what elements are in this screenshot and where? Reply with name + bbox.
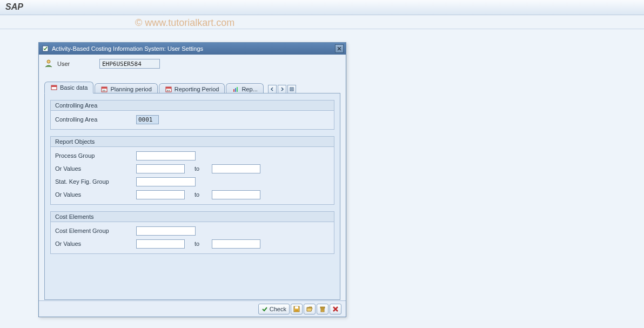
- user-row: User EHP6USER584: [39, 55, 346, 72]
- or-values-1-from-input[interactable]: [136, 164, 185, 173]
- cost-element-group-input[interactable]: [136, 226, 196, 236]
- basic-data-icon: [50, 84, 58, 91]
- to-label: to: [185, 191, 212, 198]
- check-icon: [261, 306, 268, 312]
- list-icon: [290, 87, 294, 91]
- save-icon: [293, 305, 300, 313]
- or-values-2-row: Or Values to: [55, 188, 330, 201]
- process-group-label: Process Group: [55, 152, 136, 159]
- or-values-2-to-input[interactable]: [212, 190, 260, 199]
- to-label: to: [185, 165, 212, 172]
- ce-or-values-to-input[interactable]: [212, 239, 260, 249]
- svg-rect-14: [237, 87, 238, 92]
- to-label: to: [185, 240, 212, 247]
- dialog-titlebar[interactable]: Activity-Based Costing Information Syste…: [39, 43, 346, 55]
- svg-rect-19: [295, 306, 298, 309]
- dialog-icon: [41, 44, 50, 53]
- check-button[interactable]: Check: [258, 304, 290, 314]
- skf-group-label: Stat. Key Fig. Group: [55, 178, 136, 185]
- close-icon: [337, 46, 341, 51]
- cost-elements-group: Cost Elements Cost Element Group Or Valu…: [50, 211, 334, 254]
- tab-basic-data[interactable]: Basic data: [44, 82, 93, 93]
- controlling-area-group: Controlling Area Controlling Area 0001: [50, 100, 334, 130]
- group-title: Cost Elements: [51, 212, 334, 222]
- ce-or-values-from-input[interactable]: [136, 239, 185, 249]
- cancel-button[interactable]: [330, 304, 341, 314]
- svg-point-1: [47, 60, 50, 63]
- user-settings-dialog: Activity-Based Costing Information Syste…: [38, 42, 346, 317]
- svg-rect-15: [290, 88, 293, 91]
- tab-label: Basic data: [60, 84, 88, 91]
- tab-list-button[interactable]: [287, 85, 296, 93]
- or-values-1-label: Or Values: [55, 165, 136, 172]
- group-title: Report Objects: [51, 137, 334, 147]
- controlling-area-field[interactable]: 0001: [136, 115, 159, 124]
- or-values-2-label: Or Values: [55, 191, 136, 198]
- tab-label: Reporting Period: [175, 86, 219, 92]
- skf-group-row: Stat. Key Fig. Group: [55, 175, 330, 188]
- cost-element-group-row: Cost Element Group: [55, 224, 330, 237]
- chevron-right-icon: [280, 87, 284, 91]
- tab-planning-period[interactable]: Planning period: [95, 83, 157, 94]
- app-title: SAP: [5, 2, 23, 11]
- user-field: EHP6USER584: [99, 59, 160, 69]
- tab-panel-basic-data: Controlling Area Controlling Area 0001 R…: [44, 93, 340, 300]
- main-area: Activity-Based Costing Information Syste…: [0, 29, 644, 328]
- save-button[interactable]: [291, 304, 303, 314]
- toolbar-spacer: [0, 15, 644, 29]
- ce-or-values-row: Or Values to: [55, 237, 330, 250]
- dialog-title: Activity-Based Costing Information Syste…: [52, 45, 203, 52]
- controlling-area-label: Controlling Area: [55, 116, 136, 123]
- svg-rect-5: [102, 87, 107, 89]
- controlling-area-row: Controlling Area 0001: [55, 113, 330, 126]
- cancel-icon: [332, 305, 339, 313]
- svg-rect-13: [235, 88, 236, 92]
- tab-reporting-period[interactable]: Reporting Period: [159, 83, 225, 94]
- reporting-period-icon: [165, 85, 172, 93]
- tab-rep[interactable]: Rep...: [226, 83, 263, 94]
- group-title: Controlling Area: [51, 101, 334, 111]
- skf-group-input[interactable]: [136, 177, 196, 186]
- or-values-1-to-input[interactable]: [212, 164, 260, 173]
- chevron-left-icon: [270, 87, 274, 91]
- tab-strip-wrap: Basic data Planning period Reporting Per…: [39, 82, 346, 300]
- user-icon: [44, 59, 54, 69]
- report-objects-group: Report Objects Process Group Or Values t…: [50, 136, 334, 205]
- process-group-row: Process Group: [55, 149, 330, 162]
- process-group-input[interactable]: [136, 151, 196, 160]
- check-button-label: Check: [270, 306, 286, 312]
- dialog-footer: Check: [39, 300, 346, 317]
- svg-rect-9: [166, 87, 171, 89]
- dialog-close-button[interactable]: [335, 44, 344, 53]
- get-variant-button[interactable]: [304, 304, 316, 314]
- svg-rect-22: [320, 307, 325, 308]
- svg-rect-20: [295, 310, 298, 312]
- svg-rect-12: [233, 89, 234, 92]
- app-title-bar: SAP: [0, 0, 644, 15]
- trash-icon: [319, 305, 326, 313]
- svg-rect-3: [51, 85, 57, 87]
- rep-icon: [232, 85, 239, 93]
- ce-or-values-label: Or Values: [55, 240, 136, 247]
- tab-strip: Basic data Planning period Reporting Per…: [44, 82, 340, 93]
- tab-label: Rep...: [242, 86, 257, 92]
- tab-label: Planning period: [110, 86, 151, 92]
- folder-open-icon: [306, 305, 313, 313]
- tab-nav-group: [268, 85, 296, 93]
- tab-scroll-right-button[interactable]: [278, 85, 286, 93]
- or-values-2-from-input[interactable]: [136, 190, 185, 199]
- cost-element-group-label: Cost Element Group: [55, 227, 136, 234]
- planning-period-icon: [100, 85, 108, 93]
- delete-button[interactable]: [317, 304, 328, 314]
- or-values-1-row: Or Values to: [55, 162, 330, 175]
- user-label: User: [57, 61, 96, 67]
- tab-scroll-left-button[interactable]: [268, 85, 277, 93]
